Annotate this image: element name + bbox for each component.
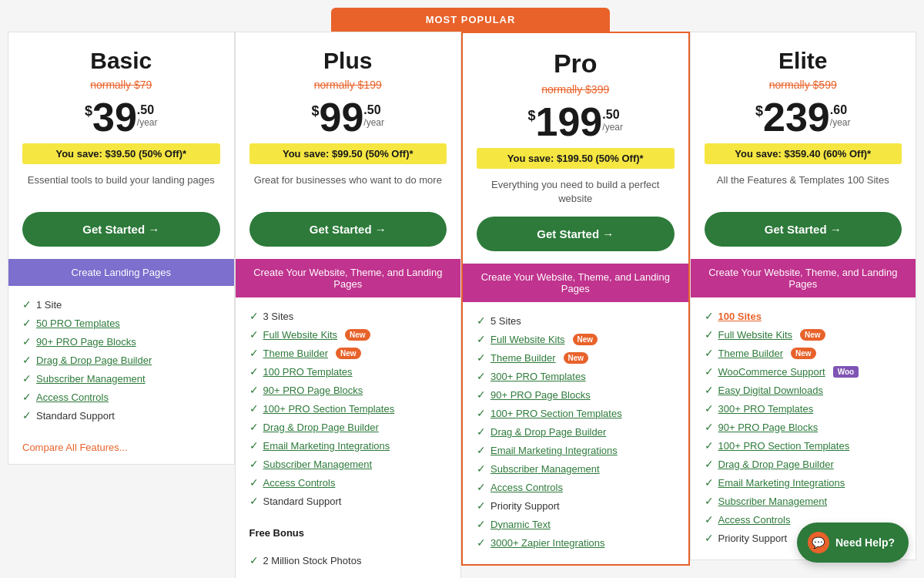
price-year-elite: /year <box>830 117 851 128</box>
feature-text-plus-4[interactable]: 90+ PRO Page Blocks <box>263 385 363 396</box>
check-icon: ✓ <box>477 444 486 456</box>
plan-card-basic: Basicnormally $79$39.50/yearYou save: $3… <box>8 32 235 465</box>
get-started-btn-pro[interactable]: Get Started → <box>477 217 675 251</box>
plan-name-pro: Pro <box>477 49 675 79</box>
feature-item-pro-1: ✓Full Website KitsNew <box>477 330 675 348</box>
feature-text-elite-1[interactable]: Full Website Kits <box>718 329 793 341</box>
savings-badge-plus: You save: $99.50 (50% Off)* <box>249 143 447 164</box>
feature-item-elite-2: ✓Theme BuilderNew <box>705 344 902 362</box>
section-bar-pro: Create Your Website, Theme, and Landing … <box>463 264 688 302</box>
new-badge-plus-1: New <box>345 329 370 341</box>
plan-card-plus: Plusnormally $199$99.50/yearYou save: $9… <box>235 32 462 578</box>
check-icon: ✓ <box>477 462 486 475</box>
bonus-text-0: 2 Million Stock Photos <box>263 555 362 566</box>
feature-text-elite-6[interactable]: 90+ PRO Page Blocks <box>718 422 819 433</box>
feature-text-plus-6[interactable]: Drag & Drop Page Builder <box>263 422 379 433</box>
feature-item-plus-2: ✓Theme BuilderNew <box>249 344 447 362</box>
chat-label: Need Help? <box>835 536 895 549</box>
feature-item-plus-3: ✓100 PRO Templates <box>249 362 447 381</box>
feature-text-elite-10[interactable]: Subscriber Management <box>718 496 828 507</box>
new-badge-pro-1: New <box>573 334 598 345</box>
feature-item-elite-7: ✓100+ PRO Section Templates <box>705 436 902 455</box>
feature-text-elite-11[interactable]: Access Controls <box>718 514 791 526</box>
feature-text-plus-1[interactable]: Full Website Kits <box>263 329 338 341</box>
feature-text-plus-5[interactable]: 100+ PRO Section Templates <box>263 403 395 415</box>
feature-text-pro-9[interactable]: Access Controls <box>490 482 563 493</box>
feature-text-pro-6[interactable]: Drag & Drop Page Builder <box>490 426 606 438</box>
feature-text-plus-7[interactable]: Email Marketing Integrations <box>263 440 390 452</box>
feature-text-pro-3[interactable]: 300+ PRO Templates <box>490 371 586 382</box>
price-main-pro: 199 <box>536 102 603 142</box>
check-icon: ✓ <box>22 372 32 385</box>
price-row-plus: $99.50/year <box>249 97 447 137</box>
feature-text-pro-4[interactable]: 90+ PRO Page Blocks <box>490 389 591 401</box>
feature-item-plus-10: ✓Standard Support <box>249 492 447 510</box>
feature-text-pro-8[interactable]: Subscriber Management <box>490 463 600 475</box>
price-dollar-pro: $ <box>528 108 536 124</box>
check-icon: ✓ <box>477 351 486 364</box>
feature-text-pro-11[interactable]: Dynamic Text <box>490 519 551 530</box>
feature-item-pro-5: ✓100+ PRO Section Templates <box>477 404 675 422</box>
feature-text-plus-8[interactable]: Subscriber Management <box>263 459 373 470</box>
price-main-plus: 99 <box>319 97 363 137</box>
feature-item-basic-4: ✓Subscriber Management <box>22 369 220 388</box>
check-icon: ✓ <box>705 458 714 470</box>
most-popular-banner: MOST POPULAR <box>331 8 610 32</box>
get-started-btn-basic[interactable]: Get Started → <box>22 212 220 247</box>
feature-text-elite-9[interactable]: Email Marketing Integrations <box>718 477 845 489</box>
feature-text-pro-12[interactable]: 3000+ Zapier Integrations <box>490 537 605 549</box>
plan-name-elite: Elite <box>705 48 902 74</box>
feature-text-elite-2[interactable]: Theme Builder <box>718 348 784 359</box>
feature-text-pro-7[interactable]: Email Marketing Integrations <box>490 445 618 456</box>
feature-text-basic-5[interactable]: Access Controls <box>36 391 109 403</box>
check-icon: ✓ <box>22 298 32 311</box>
check-icon: ✓ <box>249 458 259 470</box>
price-cents-year-elite: .60/year <box>830 103 851 128</box>
features-list-basic: ✓1 Site✓50 PRO Templates✓90+ PRO Page Bl… <box>22 286 220 437</box>
section-bar-basic: Create Landing Pages <box>8 259 234 286</box>
feature-item-basic-3: ✓Drag & Drop Page Builder <box>22 351 220 369</box>
check-icon: ✓ <box>477 536 486 549</box>
woo-badge-elite-3: Woo <box>833 366 859 378</box>
compare-all-features-link[interactable]: Compare All Features... <box>22 437 220 464</box>
feature-text-elite-4[interactable]: Easy Digital Downloads <box>718 385 824 396</box>
savings-badge-pro: You save: $199.50 (50% Off)* <box>477 148 675 169</box>
price-cents-year-basic: .50/year <box>137 103 158 128</box>
feature-text-elite-8[interactable]: Drag & Drop Page Builder <box>718 459 834 470</box>
feature-text-basic-2[interactable]: 90+ PRO Page Blocks <box>36 336 136 348</box>
feature-item-basic-2: ✓90+ PRO Page Blocks <box>22 332 220 351</box>
chat-widget[interactable]: 💬 Need Help? <box>797 523 909 563</box>
feature-item-plus-7: ✓Email Marketing Integrations <box>249 436 447 455</box>
check-icon: ✓ <box>705 310 714 322</box>
feature-text-pro-5[interactable]: 100+ PRO Section Templates <box>490 408 622 419</box>
feature-text-pro-2[interactable]: Theme Builder <box>490 352 556 364</box>
check-icon: ✓ <box>22 409 32 422</box>
price-main-basic: 39 <box>92 97 137 137</box>
get-started-btn-elite[interactable]: Get Started → <box>705 212 902 247</box>
section-bar-elite: Create Your Website, Theme, and Landing … <box>691 259 916 297</box>
feature-text-elite-5[interactable]: 300+ PRO Templates <box>718 403 814 415</box>
price-cents-plus: .50 <box>363 103 384 117</box>
get-started-btn-plus[interactable]: Get Started → <box>249 212 447 247</box>
feature-text-plus-3[interactable]: 100 PRO Templates <box>263 366 353 378</box>
price-year-basic: /year <box>137 117 158 128</box>
feature-text-plus-2[interactable]: Theme Builder <box>263 348 329 359</box>
check-icon: ✓ <box>249 439 259 452</box>
feature-text-basic-6: Standard Support <box>36 410 115 422</box>
new-badge-pro-2: New <box>564 352 589 364</box>
feature-text-basic-3[interactable]: Drag & Drop Page Builder <box>36 355 152 366</box>
check-icon: ✓ <box>22 354 32 366</box>
most-popular-label: MOST POPULAR <box>426 14 516 25</box>
feature-text-basic-1[interactable]: 50 PRO Templates <box>36 318 120 329</box>
feature-text-plus-9[interactable]: Access Controls <box>263 477 336 489</box>
feature-text-elite-0[interactable]: 100 Sites <box>718 311 762 322</box>
feature-text-pro-1[interactable]: Full Website Kits <box>490 334 565 345</box>
feature-text-elite-7[interactable]: 100+ PRO Section Templates <box>718 440 850 452</box>
feature-text-elite-3[interactable]: WooCommerce Support <box>718 366 825 378</box>
feature-item-pro-2: ✓Theme BuilderNew <box>477 348 675 367</box>
savings-badge-elite: You save: $359.40 (60% Off)* <box>705 143 902 164</box>
price-cents-elite: .60 <box>830 103 851 117</box>
feature-item-elite-9: ✓Email Marketing Integrations <box>705 473 902 492</box>
price-main-elite: 239 <box>763 97 830 137</box>
feature-text-basic-4[interactable]: Subscriber Management <box>36 373 146 385</box>
